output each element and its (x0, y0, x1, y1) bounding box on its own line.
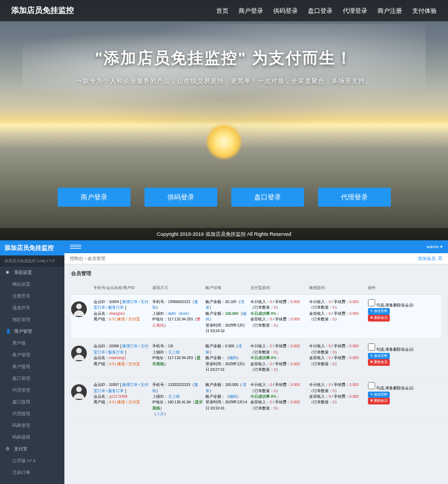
nav-home[interactable]: 首页 (216, 7, 228, 15)
menu-user-group[interactable]: 用户组 (0, 337, 64, 349)
btn-agent-login[interactable]: 代理登录 (318, 188, 391, 207)
avatar (71, 346, 87, 361)
menu-register-toggle[interactable]: 注册开关 (0, 290, 64, 302)
cta-buttons: 商户登录 供码登录 盘口登录 代理登录 (0, 188, 448, 207)
breadcrumb: 控制台 › 会员管理 添加会员 高 (64, 253, 448, 264)
menu-pankou-withdraw[interactable]: 盘口提现 (0, 396, 64, 408)
delete-checkbox[interactable] (368, 382, 375, 389)
hamburger-icon[interactable] (70, 245, 81, 249)
topbar: admin ▾ (64, 240, 448, 253)
hero-text: "添加店员免挂监控" 为支付而生！ 一款专为个人和企业服务的产品，让在线交易更快… (0, 48, 448, 85)
menu-region[interactable]: 地区管理 (0, 314, 64, 325)
hero-title: "添加店员免挂监控" 为支付而生！ (0, 48, 448, 69)
menu-pankou-manage[interactable]: 盘口管理 (0, 373, 64, 384)
nav-register[interactable]: 商户注册 (377, 7, 402, 15)
delete-button[interactable]: ✖ 删除会员 (368, 398, 390, 404)
topbar-user[interactable]: admin (427, 244, 439, 249)
content: 会员管理 手机号/会员名称/用户ID 通讯方式 账户详情 支付宝盈利 微信盈利 … (64, 264, 448, 428)
admin-panel: 添加店员免挂监控 添加店员免挂监控 Lvwj v 7.9 ✱系统设置 网站设置 … (0, 240, 448, 484)
th-wechat: 微信盈利 (309, 285, 368, 291)
menu-site-settings[interactable]: 网站设置 (0, 278, 64, 290)
menu-channel-toggle[interactable]: 通道开关 (0, 302, 64, 314)
nav-supply-login[interactable]: 供码登录 (273, 7, 298, 15)
nav-merchant-login[interactable]: 商户登录 (239, 7, 263, 15)
menu-system-settings[interactable]: ✱系统设置 (0, 267, 64, 278)
menu-mashang-withdraw[interactable]: 码商提现 (0, 431, 64, 443)
modify-button[interactable]: ✎ 修改资料 (368, 308, 390, 315)
crumb-home[interactable]: 控制台 (70, 255, 83, 262)
menu-trade-orders[interactable]: 交易订单 (0, 467, 64, 478)
nav-menu: 首页 商户登录 供码登录 盘口登录 代理登录 商户注册 支付体验 (216, 7, 437, 15)
menu-public-v78[interactable]: 公开版 v7.8 (0, 455, 64, 467)
menu-mashang-manage[interactable]: 码商管理 (0, 420, 64, 431)
btn-merchant-login[interactable]: 商户登录 (58, 188, 130, 207)
btn-pankou-login[interactable]: 盘口登录 (231, 188, 304, 207)
hero-subtitle: 一款专为个人和企业服务的产品，让在线交易更快，更简单！一次对接，全渠道聚合，多场… (0, 77, 448, 85)
menu-merchant-withdraw[interactable]: 商户提现 (0, 361, 64, 373)
gear-icon: ⚙ (6, 446, 11, 452)
table-row: 会员ID：10094 [ 微信订单 / 支付宝订单 / 服务订单 ] 会员名：s… (71, 295, 441, 339)
add-member-link[interactable]: 添加会员 高 (418, 255, 442, 262)
landing-hero: 添加店员免挂监控 首页 商户登录 供码登录 盘口登录 代理登录 商户注册 支付体… (0, 0, 448, 240)
user-icon: 👤 (6, 329, 11, 334)
table-row: 会员ID：10096 [ 微信订单 / 支付宝订单 / 服务订单 ] 会员名：m… (71, 339, 441, 378)
nav-pankou-login[interactable]: 盘口登录 (308, 7, 333, 15)
menu-alipay[interactable]: ⚙支付宝 (0, 443, 64, 455)
th-phone: 手机号/会员名称/用户ID (94, 285, 152, 291)
delete-button[interactable]: ✖ 删除会员 (368, 315, 390, 322)
nav-agent-login[interactable]: 代理登录 (343, 7, 367, 15)
th-action: 操作 (368, 285, 432, 291)
panel-title: 会员管理 (71, 270, 441, 277)
btn-supply-login[interactable]: 供码登录 (144, 188, 217, 207)
avatar (71, 384, 87, 400)
delete-button[interactable]: ✖ 删除会员 (368, 359, 390, 366)
menu-agent-manage[interactable]: 代理管理 (0, 384, 64, 396)
sidebar: 添加店员免挂监控 添加店员免挂监控 Lvwj v 7.9 ✱系统设置 网站设置 … (0, 240, 64, 484)
th-account: 账户详情 (206, 285, 250, 291)
sun-decoration (207, 125, 241, 159)
crumb-current: 会员管理 (87, 255, 105, 262)
modify-button[interactable]: ✎ 修改资料 (368, 392, 390, 398)
modify-button[interactable]: ✎ 修改资料 (368, 353, 390, 360)
avatar (71, 301, 87, 317)
th-alipay: 支付宝盈利 (250, 285, 309, 291)
sidebar-user: 添加店员免挂监控 Lvwj v 7.9 (0, 255, 64, 267)
site-title: 添加店员免挂监控 (11, 6, 74, 16)
delete-checkbox[interactable] (368, 343, 375, 351)
delete-checkbox[interactable] (368, 299, 375, 306)
copyright: Copyright 2018-2019 添加店员免挂监控 All Rights … (0, 228, 448, 240)
nav-pay-demo[interactable]: 支付体验 (412, 7, 437, 15)
menu-merchant-manage[interactable]: 商户管理 (0, 349, 64, 361)
top-nav: 添加店员免挂监控 首页 商户登录 供码登录 盘口登录 代理登录 商户注册 支付体… (0, 0, 448, 21)
th-comm: 通讯方式 (152, 285, 206, 291)
table-head: 手机号/会员名称/用户ID 通讯方式 账户详情 支付宝盈利 微信盈利 操作 (71, 282, 441, 295)
sidebar-brand: 添加店员免挂监控 (0, 240, 64, 255)
table-row: 会员ID：10097 [ 微信订单 / 支付宝订单 / 服务订单 ] 会员名：q… (71, 378, 441, 422)
main-area: admin ▾ 控制台 › 会员管理 添加会员 高 会员管理 手机号/会员名称/… (64, 240, 448, 484)
menu-agent-withdraw[interactable]: 代理提现 (0, 408, 64, 420)
cog-icon: ✱ (6, 270, 11, 275)
menu-user-manage[interactable]: 👤用户管理 (0, 325, 64, 337)
